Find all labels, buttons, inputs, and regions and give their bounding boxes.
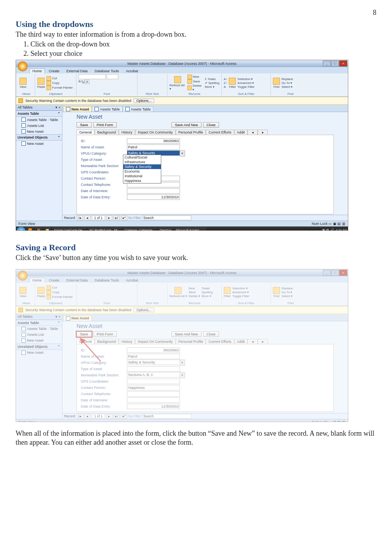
- save-and-new-button[interactable]: Save And New: [171, 331, 201, 337]
- dropdown-item[interactable]: Happiness: [123, 178, 161, 183]
- ribbon-tab-create[interactable]: Create: [46, 68, 62, 73]
- subtab-right-icon[interactable]: ▸: [258, 130, 268, 135]
- taskbar-item[interactable]: 📁: [43, 227, 51, 231]
- start-button-icon[interactable]: [17, 227, 25, 231]
- nav-item-unrelated-new-asset[interactable]: New Asset: [16, 141, 62, 146]
- subtab-background[interactable]: Background: [94, 130, 119, 135]
- recnav-last-icon[interactable]: ▸I: [114, 216, 120, 220]
- totals-button[interactable]: Σ Totals: [205, 77, 219, 81]
- subtab-impact[interactable]: Impact On Community: [135, 130, 176, 135]
- taskbar-item[interactable]: 🟧: [26, 227, 34, 231]
- more-button[interactable]: More ▾: [205, 85, 219, 89]
- goto-button[interactable]: Go To ▾: [282, 81, 293, 85]
- navpane-group-assets[interactable]: Assets Table⌃: [16, 110, 62, 117]
- dropdown-item-selected[interactable]: Safety & Security: [123, 164, 161, 169]
- options-button[interactable]: Options...: [134, 98, 154, 103]
- subtab-addit[interactable]: Addit: [234, 130, 248, 135]
- save-button-highlighted[interactable]: Save: [77, 331, 92, 337]
- ribbon-tab-external[interactable]: External Data: [63, 68, 91, 73]
- ribbon-tab-home[interactable]: Home: [29, 278, 45, 283]
- field-id[interactable]: 38025863: [127, 138, 180, 144]
- dropdown-arrow-icon[interactable]: ▾: [180, 150, 185, 157]
- navpane-header[interactable]: All Tables▾ «: [16, 105, 62, 110]
- field-dde[interactable]: 11/30/2010: [127, 194, 180, 200]
- dropdown-item[interactable]: Cultural/Social: [123, 155, 161, 160]
- doc-tab-assets-1[interactable]: Assets Table: [92, 106, 123, 112]
- format-painter-button[interactable]: Format Painter: [46, 86, 73, 90]
- group-clipboard: Clipboard: [37, 92, 74, 96]
- recnav-prev-icon[interactable]: ◂: [84, 216, 91, 220]
- taskbar-item[interactable]: 🦊: [35, 227, 43, 231]
- maximize-button[interactable]: □: [331, 270, 339, 276]
- minimize-button[interactable]: _: [323, 270, 331, 276]
- delete-record-button[interactable]: Delete ▾: [187, 84, 203, 92]
- taskbar-item[interactable]: SC Profile2.pub - Mi...: [87, 227, 122, 231]
- print-form-button[interactable]: Print Form: [93, 331, 117, 337]
- nav-item-new-asset[interactable]: New Asset: [16, 128, 62, 134]
- toggle-filter-button[interactable]: Toggle Filter: [237, 85, 255, 89]
- dropdown-item[interactable]: Institutional: [123, 174, 161, 178]
- maximize-button[interactable]: □: [331, 61, 339, 66]
- view-button[interactable]: View: [20, 78, 27, 89]
- field-name[interactable]: Patrol: [127, 144, 180, 150]
- subtab-left-icon[interactable]: ◂: [248, 130, 258, 135]
- field-doi[interactable]: [127, 188, 180, 194]
- close-button[interactable]: ×: [339, 61, 347, 66]
- cut-button[interactable]: Cut: [46, 76, 73, 81]
- ribbon-tab-home[interactable]: Home: [29, 68, 45, 73]
- office-button-icon[interactable]: [18, 271, 28, 281]
- subtab-efforts[interactable]: Current Efforts: [206, 130, 234, 135]
- recnav-first-icon[interactable]: I◂: [77, 216, 83, 220]
- doc-tab-new-asset[interactable]: New Asset: [63, 106, 92, 112]
- vpuu-dropdown-list[interactable]: Cultural/Social Infrastructure Safety & …: [123, 155, 161, 183]
- save-button[interactable]: Save: [77, 122, 92, 128]
- recnav-next-icon[interactable]: ▸: [106, 216, 112, 220]
- subtab-history[interactable]: History: [119, 130, 135, 135]
- dropdown-item[interactable]: Infrastructure: [123, 160, 161, 164]
- options-button[interactable]: Options...: [134, 308, 154, 312]
- sort-asc-button[interactable]: A↓: [224, 77, 227, 81]
- recnav-new-icon[interactable]: ▸*: [121, 216, 127, 220]
- navigation-pane: All Tables▾ « Assets Table⌃ Assets Table…: [16, 105, 62, 221]
- replace-button[interactable]: Replace: [282, 77, 293, 81]
- close-button[interactable]: ×: [339, 270, 347, 276]
- minimize-button[interactable]: _: [323, 61, 331, 66]
- spelling-button[interactable]: ✔ Spelling: [205, 81, 219, 85]
- nav-item-assets-list[interactable]: Assets List: [16, 123, 62, 128]
- sort-desc-button[interactable]: Z↓: [224, 81, 227, 85]
- recnav-search[interactable]: Search: [142, 216, 191, 220]
- taskbar-item[interactable]: Adobe LiveCycle De...: [52, 227, 87, 231]
- doc-tab-assets-2[interactable]: Assets Table: [123, 106, 153, 112]
- clear-sort-button[interactable]: A: [224, 85, 227, 89]
- refresh-all-button[interactable]: Refresh All ▾: [169, 76, 186, 91]
- taskbar-item[interactable]: Desktop: [158, 227, 173, 231]
- ribbon-tab-external[interactable]: External Data: [63, 278, 91, 283]
- ribbon-tab-acrobat[interactable]: Acrobat: [123, 278, 141, 283]
- paste-button[interactable]: Paste: [37, 78, 45, 89]
- new-record-button[interactable]: New: [187, 75, 203, 79]
- ribbon-tab-acrobat[interactable]: Acrobat: [123, 68, 141, 73]
- save-record-button[interactable]: Save: [187, 79, 203, 84]
- select-button[interactable]: Select ▾: [282, 85, 293, 89]
- ribbon-tab-create[interactable]: Create: [46, 278, 62, 283]
- nav-item-assets-table[interactable]: Assets Table : Table: [16, 117, 62, 123]
- taskbar-item[interactable]: Coleman, Catherine...: [123, 227, 157, 231]
- subtab-profile[interactable]: Personal Profile: [176, 130, 206, 135]
- close-form-button[interactable]: Close: [203, 122, 219, 128]
- taskbar-item[interactable]: Microsoft Access - ...: [174, 227, 207, 231]
- office-button-icon[interactable]: [18, 61, 28, 71]
- print-form-button[interactable]: Print Form: [93, 122, 117, 128]
- navpane-group-unrelated[interactable]: Unrelated Objects⌃: [16, 134, 62, 141]
- ribbon-tab-dbtools[interactable]: Database Tools: [92, 68, 122, 73]
- recnav-position[interactable]: 1 of 1: [92, 216, 105, 220]
- ribbon-tab-dbtools[interactable]: Database Tools: [92, 278, 122, 283]
- save-and-new-button[interactable]: Save And New: [171, 122, 201, 128]
- selection-button[interactable]: Selection ▾: [237, 77, 255, 81]
- copy-button[interactable]: Copy: [46, 81, 73, 86]
- filter-button[interactable]: Filter: [229, 78, 236, 89]
- subtab-general[interactable]: General: [77, 130, 94, 135]
- find-button[interactable]: Find: [273, 78, 280, 89]
- close-form-button[interactable]: Close: [203, 331, 219, 337]
- advanced-filter-button[interactable]: Advanced ▾: [237, 81, 255, 85]
- dropdown-item[interactable]: Economic: [123, 169, 161, 174]
